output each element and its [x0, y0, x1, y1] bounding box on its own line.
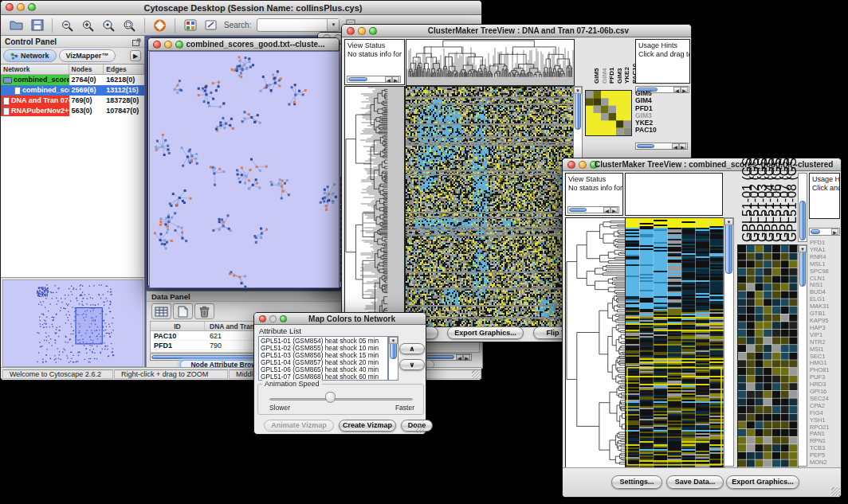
export-graphics-button[interactable]: Export Graphics... [447, 326, 524, 339]
treeview2-window: ClusterMaker TreeView : combined_scores_… [562, 158, 842, 498]
tv1-usage-hints-panel: Usage Hints Click and drag to [635, 39, 690, 84]
tv2-resize-grip[interactable] [831, 487, 840, 496]
close-button[interactable] [567, 161, 575, 169]
usage-hints-title: Usage Hints [812, 175, 838, 184]
network-table-rows: combined_scores 2764(0) 16218(0) combine… [1, 75, 144, 116]
toolbar-separator [144, 18, 145, 33]
main-window-title: Cytoscape Desktop (Session Name: collins… [33, 1, 473, 15]
toolbar-separator [52, 18, 53, 33]
minimize-button[interactable] [579, 161, 587, 169]
network-table-row[interactable]: combined_scores 2764(0) 16218(0) [1, 75, 144, 85]
birdseye-overview-canvas[interactable] [2, 279, 143, 367]
control-panel-header: Control Panel [1, 36, 144, 48]
tv2-labels-v-scrollbar[interactable] [798, 173, 807, 242]
dialog-title: Map Colors to Network [286, 313, 418, 325]
save-data-button[interactable]: Save Data... [666, 475, 724, 489]
export-graphics-button[interactable]: Export Graphics... [726, 475, 799, 489]
tab-network[interactable]: Network [3, 49, 57, 62]
search-box[interactable]: ▼ [257, 18, 340, 32]
tab-vizmapper[interactable]: VizMapper™ [59, 49, 116, 62]
search-dropdown-arrow[interactable]: ▼ [327, 19, 339, 31]
slower-label: Slower [269, 404, 290, 412]
tv2-global-zoom-canvas[interactable] [737, 244, 799, 468]
gene-label[interactable]: MON2 [810, 459, 840, 467]
move-up-button[interactable]: ∧ [399, 343, 425, 354]
help-lifesaver-icon[interactable] [151, 17, 169, 34]
close-button[interactable] [153, 41, 161, 49]
close-button[interactable] [347, 27, 355, 35]
view-status-title: View Status [568, 175, 622, 184]
main-titlebar[interactable]: Cytoscape Desktop (Session Name: collins… [1, 1, 481, 15]
open-session-button[interactable] [7, 17, 26, 34]
tv2-button-bar: Settings... Save Data... Export Graphics… [563, 467, 841, 497]
select-attributes-icon[interactable] [151, 303, 171, 319]
minimize-button[interactable] [164, 41, 172, 49]
tv1-status-h-scrollbar[interactable]: ◀▶ [347, 76, 401, 83]
network-table-row[interactable]: DNA and Tran 07-21-06b.csv 769(0) 183728… [1, 96, 144, 106]
close-button[interactable] [6, 3, 14, 11]
animate-vizmap-button[interactable]: Animate Vizmap [264, 420, 334, 432]
animation-speed-group: Animation Speed Slower Faster [257, 384, 424, 415]
tv2-global-v-scrollbar[interactable]: ▲▼ [798, 244, 807, 467]
faster-label: Faster [395, 404, 414, 412]
minimize-button[interactable] [269, 315, 277, 322]
network-table-row[interactable]: combined_scores_good.txt--clustered 2569… [1, 85, 144, 96]
tv1-matrix-h-scrollbar[interactable]: ◀▶ [635, 143, 688, 150]
network-row-icon [14, 87, 21, 95]
main-resize-grip[interactable] [472, 370, 481, 379]
search-label: Search: [224, 21, 251, 29]
close-button[interactable] [259, 315, 266, 322]
attribute-list-label: Attribute List [259, 326, 301, 335]
float-panel-icon[interactable] [132, 38, 141, 46]
tab-overflow-arrow[interactable]: ▶ [130, 50, 141, 61]
control-panel-tabs: Network VizMapper™ ▶ [1, 48, 144, 64]
dialog-titlebar[interactable]: Map Colors to Network [254, 313, 426, 325]
tv2-heatmap-v-scrollbar[interactable]: ▲▼ [724, 217, 734, 467]
tv1-titlebar[interactable]: ClusterMaker TreeView : DNA and Tran 07-… [342, 25, 691, 37]
annotation-icon[interactable] [202, 17, 220, 34]
minimize-button[interactable] [358, 27, 366, 35]
zoom-in-icon[interactable] [79, 17, 97, 34]
network-graph-canvas[interactable] [149, 51, 340, 288]
minimize-button[interactable] [17, 3, 25, 11]
tv2-status-h-scrollbar[interactable]: ◀▶ [567, 206, 619, 213]
tv1-matrix-row-labels: GIM5GIM4PFD1GIM3YKE2PAC10 [635, 90, 688, 136]
tv1-column-dendrogram-canvas[interactable] [406, 39, 575, 86]
tv2-heatmap-canvas[interactable] [625, 217, 724, 468]
tv2-row-dendrogram-canvas[interactable] [565, 217, 626, 468]
speed-slider-track[interactable] [269, 398, 413, 400]
tv1-view-status-panel: View Status No status info for ◀▶ [344, 39, 405, 85]
move-down-button[interactable]: ∨ [399, 359, 425, 370]
view-status-title: View Status [347, 41, 403, 50]
tv2-column-dendrogram-area[interactable] [625, 173, 723, 216]
settings-button[interactable]: Settings... [611, 475, 662, 489]
desktop: Cytoscape Desktop (Session Name: collins… [0, 0, 848, 504]
network-table-row[interactable]: RNAPuberNov2+ 563(0) 107847(0) [1, 106, 144, 116]
network-tab-icon [10, 53, 18, 60]
network-row-icon [3, 97, 10, 105]
search-input[interactable] [259, 20, 326, 30]
tv1-heatmap-canvas[interactable] [405, 86, 574, 327]
tv1-global-matrix-canvas[interactable] [585, 90, 632, 136]
create-vizmap-button[interactable]: Create Vizmap [339, 420, 396, 432]
zoom-selected-icon[interactable] [100, 17, 118, 34]
tv2-genes-h-scrollbar[interactable]: ▶ [809, 228, 840, 236]
save-session-button[interactable] [28, 17, 46, 34]
dialog-resize-grip[interactable] [416, 424, 425, 433]
zoom-out-icon[interactable] [58, 17, 77, 34]
network-table-header[interactable]: NetworkNodesEdges [1, 64, 144, 75]
net1-titlebar[interactable]: combined_scores_good.txt--cluste... [148, 38, 339, 51]
status-zoom-hint: Right-click + drag to ZOOM [114, 369, 228, 379]
tv1-title: ClusterMaker TreeView : DNA and Tran 07-… [374, 25, 683, 37]
attribute-list-v-scrollbar[interactable]: ▲▼ [388, 336, 398, 381]
vizmapper-icon[interactable] [181, 17, 199, 34]
speed-slider-thumb[interactable] [325, 392, 336, 403]
tv1-row-dendrogram-canvas[interactable] [344, 86, 405, 327]
network-tree-table: NetworkNodesEdges combined_scores 2764(0… [1, 64, 144, 278]
network-row-icon [3, 107, 10, 115]
attribute-listbox[interactable]: GPL51-01 (GSM854) heat shock 05 minGPL51… [258, 336, 388, 381]
new-attribute-icon[interactable] [173, 303, 193, 319]
delete-attribute-trash-icon[interactable] [194, 303, 214, 319]
tv2-view-status-panel: View Status No status info for ◀▶ [565, 173, 623, 216]
zoom-fit-icon[interactable] [120, 17, 139, 34]
